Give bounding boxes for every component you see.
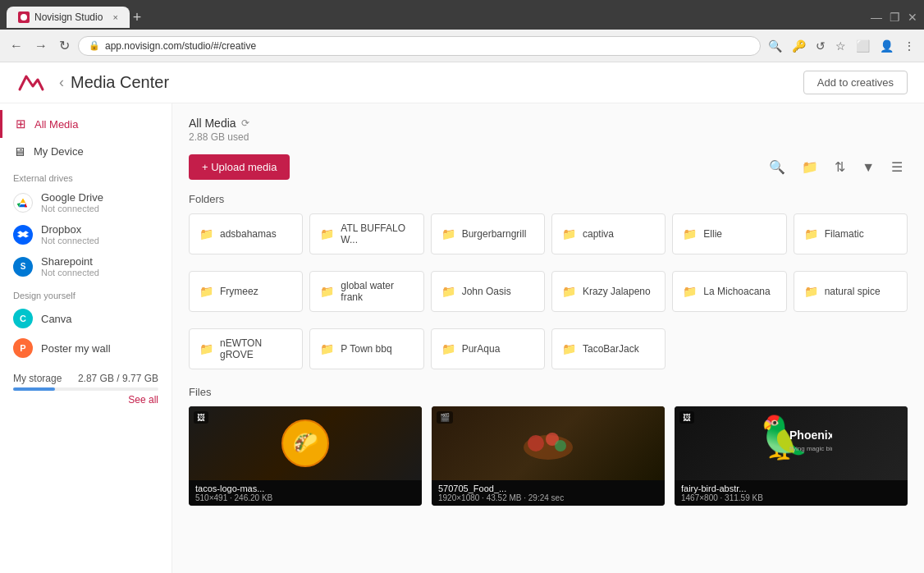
file-food-video[interactable]: 🎬 570705_Food_... 1920×1080 · 43.52 MB ·… <box>432 406 665 506</box>
search-toolbar-button[interactable]: 🔍 <box>764 156 790 178</box>
folder-name: nEWTON gROVE <box>220 337 292 360</box>
folder-icon: 📁 <box>562 227 576 241</box>
folder-name: Krazy Jalapeno <box>583 286 651 297</box>
sidebar-item-my-device[interactable]: 🖥 My Device <box>0 138 172 165</box>
folder-icon: 📁 <box>320 285 334 298</box>
folder-adsbahamas[interactable]: 📁 adsbahamas <box>189 213 303 254</box>
files-grid: 🖼 🌮 tacos-logo-mas... 510×491 · 246.20 K… <box>189 406 908 506</box>
poster-name: Poster my wall <box>41 342 111 355</box>
folder-krazy-jalapeno[interactable]: 📁 Krazy Jalapeno <box>551 271 666 312</box>
folder-icon: 📁 <box>199 285 213 298</box>
folder-filamatic[interactable]: 📁 Filamatic <box>794 213 908 254</box>
profile-button[interactable]: 👤 <box>877 37 896 55</box>
folder-captiva[interactable]: 📁 captiva <box>551 213 666 254</box>
active-tab[interactable]: Novisign Studio × <box>7 7 130 28</box>
file-info: tacos-logo-mas... 510×491 · 246.20 KB <box>189 480 422 506</box>
design-yourself-label: Design yourself <box>0 282 172 304</box>
folder-icon: 📁 <box>562 342 576 355</box>
toolbar-actions: 🔍 📁 ⇅ ▼ ☰ <box>764 156 908 178</box>
tab-close-button[interactable]: × <box>112 12 117 22</box>
file-name: 570705_Food_... <box>438 484 658 493</box>
sort-button[interactable]: ⇅ <box>830 156 850 178</box>
my-storage-label: My storage <box>13 373 62 384</box>
folder-ellie[interactable]: 📁 Ellie <box>672 213 786 254</box>
url-text: app.novisign.com/studio/#/creative <box>105 40 256 52</box>
list-view-button[interactable]: ☰ <box>886 156 908 178</box>
storage-fill <box>13 387 55 391</box>
forward-nav-button[interactable]: → <box>31 37 51 55</box>
folder-la-michoacana[interactable]: 📁 La Michoacana <box>672 271 786 312</box>
svg-point-4 <box>528 435 544 452</box>
dropbox-item[interactable]: Dropbox Not connected <box>0 218 172 250</box>
folder-icon: 📁 <box>199 227 213 241</box>
restore-button[interactable]: ❐ <box>890 12 899 22</box>
folder-global-water-frank[interactable]: 📁 global water frank <box>309 271 423 312</box>
folder-name: Filamatic <box>825 228 864 240</box>
search-browser-button[interactable]: 🔍 <box>766 37 784 55</box>
google-drive-info: Google Drive Not connected <box>41 191 103 213</box>
folder-natural-spice[interactable]: 📁 natural spice <box>794 271 908 312</box>
see-all-button[interactable]: See all <box>128 394 158 406</box>
canva-item[interactable]: C Canva <box>0 304 172 333</box>
folder-icon: 📁 <box>804 285 818 298</box>
sharepoint-name: Sharepoint <box>41 255 99 268</box>
file-thumbnail: 🎬 <box>432 406 665 480</box>
folders-grid-row2: 📁 Frymeez 📁 global water frank 📁 John Oa… <box>189 271 908 312</box>
breadcrumb-row: All Media ⟳ <box>189 117 908 130</box>
address-bar: ← → ↻ 🔒 app.novisign.com/studio/#/creati… <box>0 30 924 62</box>
file-meta: 510×491 · 246.20 KB <box>195 493 415 502</box>
files-section-title: Files <box>189 386 908 398</box>
bookmark-button[interactable]: ☆ <box>833 37 849 55</box>
svg-point-0 <box>21 14 27 21</box>
folder-burgerbarngrill[interactable]: 📁 Burgerbarngrill <box>431 213 545 254</box>
sharepoint-info: Sharepoint Not connected <box>41 255 99 277</box>
folder-name: La Michoacana <box>703 286 770 297</box>
add-to-creatives-button[interactable]: Add to creatives <box>803 71 908 94</box>
tab-favicon <box>18 11 30 23</box>
file-info: 570705_Food_... 1920×1080 · 43.52 MB · 2… <box>432 480 665 506</box>
novisign-logo <box>16 73 46 93</box>
folder-newton-grove[interactable]: 📁 nEWTON gROVE <box>189 328 303 369</box>
folder-icon: 📁 <box>683 285 697 298</box>
password-button[interactable]: 🔑 <box>789 37 808 55</box>
my-device-label: My Device <box>34 145 84 158</box>
refresh-button[interactable]: ↺ <box>813 37 828 55</box>
folder-atl-buffalo[interactable]: 📁 ATL BUFFALO W... <box>309 213 423 254</box>
back-nav-button[interactable]: ← <box>7 37 26 55</box>
folder-ptown-bbq[interactable]: 📁 P Town bbq <box>309 328 423 369</box>
svg-point-6 <box>555 440 566 452</box>
sidebar-item-all-media[interactable]: ⊞ All Media <box>0 110 172 138</box>
back-button[interactable]: ‹ <box>59 74 64 91</box>
tab-bar: Novisign Studio × + — ❐ ✕ <box>0 0 924 30</box>
folder-icon: 📁 <box>562 285 576 298</box>
file-meta: 1467×800 · 311.59 KB <box>681 493 901 502</box>
canva-info: Canva <box>41 313 72 325</box>
filter-button[interactable]: ▼ <box>857 157 880 178</box>
page-title: Media Center <box>71 73 169 92</box>
file-tacos-logo[interactable]: 🖼 🌮 tacos-logo-mas... 510×491 · 246.20 K… <box>189 406 422 506</box>
dropbox-info: Dropbox Not connected <box>41 223 99 245</box>
new-folder-button[interactable]: 📁 <box>797 156 823 178</box>
google-drive-item[interactable]: Google Drive Not connected <box>0 186 172 218</box>
folder-tacobarjack[interactable]: 📁 TacoBarJack <box>551 328 666 369</box>
logo-svg <box>16 73 46 93</box>
close-button[interactable]: ✕ <box>908 12 917 22</box>
upload-media-button[interactable]: + Upload media <box>189 154 290 180</box>
svg-text:Phoenix: Phoenix <box>789 429 832 442</box>
folder-john-oasis[interactable]: 📁 John Oasis <box>431 271 545 312</box>
folder-frymeez[interactable]: 📁 Frymeez <box>189 271 303 312</box>
app-header: ‹ Media Center Add to creatives <box>0 62 924 103</box>
menu-button[interactable]: ⋮ <box>901 37 917 55</box>
extension-button[interactable]: ⬜ <box>853 37 872 55</box>
image-type-icon: 🖼 <box>194 411 208 424</box>
new-tab-button[interactable]: + <box>133 9 142 26</box>
folder-puraqua[interactable]: 📁 PurAqua <box>431 328 545 369</box>
poster-item[interactable]: P Poster my wall <box>0 333 172 363</box>
url-bar[interactable]: 🔒 app.novisign.com/studio/#/creative <box>78 36 761 56</box>
file-bird-image[interactable]: 🖼 🦜 Phoenix flying magic bird fairy-bird… <box>675 406 908 506</box>
minimize-button[interactable]: — <box>871 12 881 22</box>
folder-name: John Oasis <box>462 286 511 297</box>
folder-icon: 📁 <box>320 227 334 241</box>
reload-button[interactable]: ↻ <box>56 36 73 55</box>
sharepoint-item[interactable]: S Sharepoint Not connected <box>0 250 172 282</box>
